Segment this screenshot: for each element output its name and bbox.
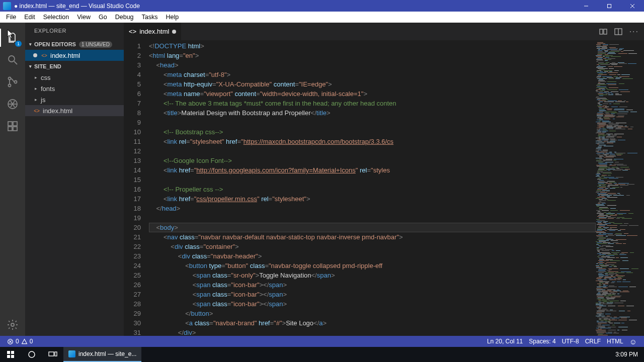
status-bar: 0 0 Ln 20, Col 11 Spaces: 4 UTF-8 CRLF H…	[0, 336, 644, 347]
folder-label: css	[41, 74, 51, 81]
unsaved-dot-icon	[33, 53, 37, 57]
window-minimize-button[interactable]	[575, 0, 598, 12]
html-file-icon: <>	[33, 107, 40, 114]
folder-label: fonts	[41, 85, 55, 93]
status-feedback-icon[interactable]: ☺	[626, 337, 640, 346]
menu-help[interactable]: Help	[162, 13, 183, 22]
activity-search-icon[interactable]	[5, 52, 21, 68]
folder-item-js[interactable]: ▸js	[25, 94, 124, 105]
svg-point-8	[15, 81, 17, 83]
svg-rect-16	[600, 29, 603, 34]
editor-actions: ···	[599, 23, 644, 40]
activity-extensions-icon[interactable]	[5, 118, 21, 134]
status-error-count: 0	[16, 338, 19, 345]
svg-rect-29	[55, 352, 57, 356]
window-maximize-button[interactable]	[598, 0, 621, 12]
svg-rect-24	[11, 351, 14, 354]
activity-settings-icon[interactable]	[5, 317, 21, 333]
taskbar-app-vscode[interactable]: index.html — site_e...	[63, 347, 141, 362]
activity-bar: 1	[0, 23, 25, 336]
menu-view[interactable]: View	[73, 13, 95, 22]
menu-bar: FileEditSelectionViewGoDebugTasksHelp	[0, 12, 644, 23]
unsaved-dot-icon	[172, 30, 176, 34]
window-title: ● index.html — site_end — Visual Studio …	[14, 3, 575, 10]
svg-line-5	[14, 61, 17, 64]
activity-explorer-icon[interactable]: 1	[5, 30, 21, 46]
menu-go[interactable]: Go	[95, 13, 111, 22]
file-item-label: index.html	[43, 107, 72, 115]
status-problems[interactable]: 0 0	[4, 338, 36, 345]
status-ln-col[interactable]: Ln 20, Col 11	[484, 338, 526, 345]
svg-point-7	[9, 84, 11, 87]
open-editors-label: OPEN EDITORS	[34, 41, 76, 47]
minimap[interactable]	[596, 40, 644, 336]
open-editor-filename: index.html	[50, 52, 80, 59]
html-file-icon: <>	[129, 28, 136, 35]
taskbar-app-label: index.html — site_e...	[78, 350, 136, 357]
editor-tab-index[interactable]: <> index.html	[124, 23, 182, 40]
unsaved-tag: 1 UNSAVED	[79, 41, 112, 48]
svg-rect-13	[8, 127, 12, 131]
code-editor[interactable]: <!DOCTYPE html><html lang="en"> <head> <…	[149, 40, 596, 336]
menu-edit[interactable]: Edit	[20, 13, 39, 22]
activity-explorer-badge: 1	[15, 41, 22, 47]
menu-selection[interactable]: Selection	[39, 13, 73, 22]
svg-rect-11	[8, 122, 12, 126]
chevron-right-icon: ▸	[33, 75, 38, 80]
compare-icon[interactable]	[599, 28, 607, 36]
folder-item-css[interactable]: ▸css	[25, 72, 124, 83]
open-editors-header[interactable]: ▾ OPEN EDITORS 1 UNSAVED	[25, 39, 124, 50]
status-encoding[interactable]: UTF-8	[559, 338, 582, 345]
chevron-right-icon: ▸	[33, 86, 38, 91]
svg-rect-12	[13, 122, 17, 126]
vscode-icon	[68, 350, 75, 357]
status-lang[interactable]: HTML	[604, 338, 626, 345]
taskbar-clock[interactable]: 3:09 PM	[609, 351, 644, 358]
editor-area: <> index.html ··· 1234567891011121314151…	[124, 23, 644, 336]
split-editor-icon[interactable]	[614, 28, 622, 36]
svg-rect-25	[7, 355, 10, 358]
status-spaces[interactable]: Spaces: 4	[526, 338, 558, 345]
svg-point-6	[9, 77, 11, 80]
task-view-button[interactable]	[42, 347, 63, 362]
svg-point-4	[9, 56, 15, 62]
line-number-gutter[interactable]: 1234567891011121314151617181920212223242…	[124, 40, 149, 336]
svg-rect-14	[13, 127, 17, 131]
project-name: SITE_END	[34, 63, 61, 69]
project-header[interactable]: ▾ SITE_END	[25, 61, 124, 72]
windows-taskbar: index.html — site_e... 3:09 PM	[0, 347, 644, 362]
open-editor-item[interactable]: <> index.html	[25, 50, 124, 61]
svg-point-27	[29, 351, 35, 357]
svg-point-15	[11, 323, 14, 326]
explorer-title: EXPLORER	[25, 23, 124, 39]
window-close-button[interactable]	[621, 0, 644, 12]
menu-file[interactable]: File	[2, 13, 20, 22]
chevron-down-icon: ▾	[27, 42, 33, 47]
folder-item-fonts[interactable]: ▸fonts	[25, 83, 124, 94]
file-item-index[interactable]: <> index.html	[25, 105, 124, 116]
menu-debug[interactable]: Debug	[111, 13, 138, 22]
menu-tasks[interactable]: Tasks	[138, 13, 162, 22]
status-eol[interactable]: CRLF	[582, 338, 604, 345]
svg-rect-17	[604, 29, 607, 34]
start-button[interactable]	[0, 347, 21, 362]
editor-tab-bar: <> index.html ···	[124, 23, 644, 40]
chevron-right-icon: ▸	[33, 97, 38, 102]
cortana-button[interactable]	[21, 347, 42, 362]
svg-rect-26	[11, 355, 14, 358]
html-file-icon: <>	[41, 52, 48, 59]
window-titlebar: ● index.html — site_end — Visual Studio …	[0, 0, 644, 12]
svg-rect-1	[608, 4, 611, 8]
vscode-icon	[3, 2, 11, 10]
activity-scm-icon[interactable]	[5, 74, 21, 90]
activity-debug-icon[interactable]	[5, 96, 21, 112]
more-icon[interactable]: ···	[629, 27, 639, 36]
chevron-down-icon: ▾	[27, 64, 33, 69]
sidebar-explorer: EXPLORER ▾ OPEN EDITORS 1 UNSAVED <> ind…	[25, 23, 124, 336]
svg-rect-23	[7, 351, 10, 354]
svg-rect-28	[49, 352, 54, 356]
folder-label: js	[41, 96, 45, 104]
editor-tab-label: index.html	[139, 28, 169, 35]
status-warning-count: 0	[30, 338, 33, 345]
